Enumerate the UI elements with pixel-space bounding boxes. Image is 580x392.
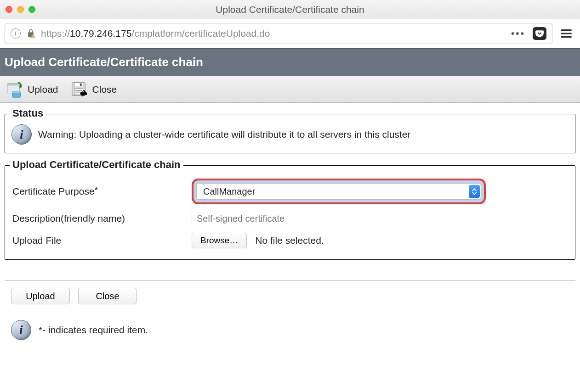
browse-button[interactable]: Browse… (192, 233, 247, 248)
chevron-updown-icon (469, 185, 480, 198)
upload-button[interactable]: Upload (11, 288, 70, 304)
pocket-icon[interactable] (533, 27, 546, 40)
toolbar-close-button[interactable]: Close (70, 81, 117, 98)
form-button-row: Upload Close (0, 288, 580, 309)
svg-rect-3 (561, 36, 572, 38)
page-title: Upload Certificate/Certificate chain (0, 48, 580, 76)
required-note: *- indicates required item. (39, 325, 148, 336)
page-content: Status i Warning: Uploading a cluster-wi… (0, 103, 580, 276)
upload-file-row: Upload File Browse… No file selected. (11, 230, 569, 251)
lock-warning-icon[interactable]: ! (26, 29, 35, 38)
site-info-icon[interactable]: i (11, 28, 21, 39)
hamburger-menu-button[interactable] (557, 24, 575, 43)
close-button[interactable]: Close (78, 288, 137, 304)
url-scheme: https:// (41, 28, 70, 39)
url-path: /cmplatform/certificateUpload.do (131, 28, 270, 39)
info-icon: i (11, 320, 31, 340)
footer-note: i *- indicates required item. (0, 309, 580, 351)
svg-text:!: ! (34, 35, 35, 38)
description-input[interactable] (192, 210, 470, 227)
page-actions-icon[interactable]: ••• (511, 28, 527, 39)
svg-rect-12 (75, 90, 82, 90)
upload-form-legend: Upload Certificate/Certificate chain (10, 159, 183, 171)
svg-rect-2 (561, 33, 572, 34)
window-maximize-button[interactable] (28, 6, 35, 13)
window-close-button[interactable] (6, 6, 12, 13)
status-message: Warning: Uploading a cluster-wide certif… (38, 129, 410, 140)
certificate-purpose-value: CallManager (203, 186, 255, 197)
url-text: https://10.79.246.175/cmplatform/certifi… (41, 28, 506, 39)
toolbar-upload-label: Upload (28, 84, 58, 95)
action-toolbar: Upload Close (0, 76, 580, 103)
upload-form-panel: Upload Certificate/Certificate chain Cer… (5, 165, 575, 260)
window-minimize-button[interactable] (17, 6, 24, 13)
info-icon: i (11, 124, 32, 145)
window-titlebar: Upload Certificate/Certificate chain (0, 0, 580, 19)
url-host: 10.79.246.175 (70, 28, 131, 39)
address-bar[interactable]: i ! https://10.79.246.175/cmplatform/cer… (5, 23, 552, 44)
upload-icon (6, 81, 23, 98)
save-close-icon (70, 81, 88, 98)
upload-file-label: Upload File (12, 235, 192, 246)
status-panel: Status i Warning: Uploading a cluster-wi… (5, 114, 575, 153)
certificate-purpose-highlight: CallManager (192, 179, 486, 204)
window-controls (6, 6, 35, 13)
window-title: Upload Certificate/Certificate chain (0, 4, 580, 15)
svg-rect-1 (561, 29, 572, 31)
certificate-purpose-select[interactable]: CallManager (196, 183, 481, 200)
description-row: Description(friendly name) (11, 207, 569, 230)
browser-toolbar: i ! https://10.79.246.175/cmplatform/cer… (0, 19, 580, 48)
description-label: Description(friendly name) (12, 213, 192, 224)
divider (5, 280, 575, 280)
toolbar-close-label: Close (92, 84, 117, 95)
toolbar-upload-button[interactable]: Upload (6, 81, 58, 98)
svg-rect-7 (12, 91, 20, 93)
certificate-purpose-label: Certificate Purpose* (12, 186, 192, 197)
svg-rect-5 (7, 83, 20, 85)
status-legend: Status (10, 107, 46, 119)
svg-rect-10 (80, 83, 81, 86)
no-file-text: No file selected. (255, 235, 324, 246)
certificate-purpose-row: Certificate Purpose* CallManager (11, 176, 569, 207)
